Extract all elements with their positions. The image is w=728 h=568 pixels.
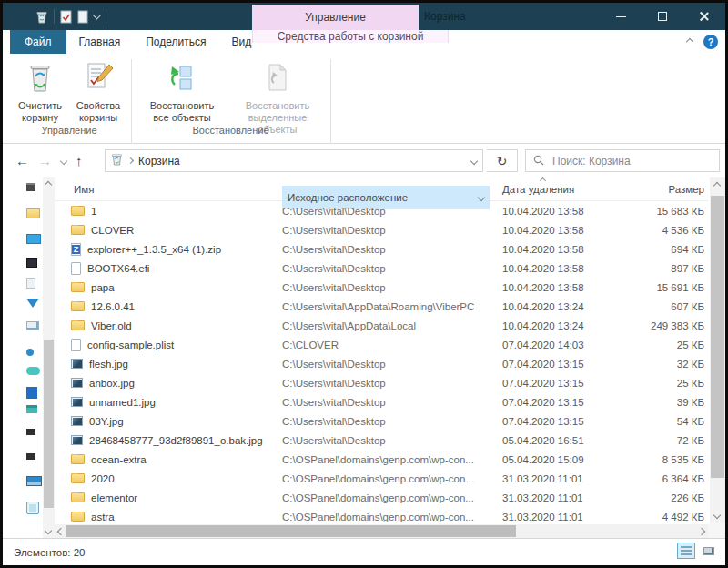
table-row[interactable]: 2020 C:\OSPanel\domains\genp.com\wp-con.… (55, 469, 708, 488)
onedrive-icon[interactable] (26, 367, 40, 375)
quick-access-icon[interactable] (26, 183, 35, 191)
file-name: unnamed1.jpg (89, 397, 156, 408)
large-icons-view-button[interactable] (700, 543, 718, 559)
file-original-location: C:\Users\vital\Desktop (282, 359, 497, 370)
tab-share[interactable]: Поделиться (133, 30, 218, 54)
table-row[interactable]: Viber.old C:\Users\vital\AppData\Local 1… (55, 316, 708, 335)
address-box[interactable]: Корзина (105, 149, 483, 172)
local-disk-icon[interactable] (26, 387, 37, 399)
file-icon (71, 243, 81, 256)
file-name: ocean-extra (91, 454, 147, 465)
up-icon[interactable]: ↑ (76, 153, 83, 168)
table-row[interactable]: unnamed1.jpg C:\Users\vital\Desktop 07.0… (55, 392, 708, 411)
recycle-bin-nav-icon[interactable] (26, 502, 39, 514)
contextual-tab-header[interactable]: Управление (252, 5, 419, 30)
breadcrumb-chevron-icon[interactable] (127, 157, 134, 164)
horizontal-scrollbar-thumb[interactable] (66, 525, 516, 537)
nav-scroll-up-icon[interactable] (45, 181, 52, 188)
search-input[interactable] (551, 154, 712, 168)
maximize-icon (658, 12, 667, 21)
documents-icon[interactable] (26, 278, 35, 289)
horizontal-scrollbar[interactable] (55, 524, 708, 538)
scroll-down-icon[interactable] (713, 512, 721, 519)
column-header-date-deleted[interactable]: Дата удаления (497, 184, 617, 195)
help-icon[interactable]: ? (703, 35, 718, 49)
refresh-button[interactable]: ↻ (487, 149, 518, 172)
scroll-right-icon[interactable] (698, 527, 705, 534)
recent-locations-icon[interactable] (60, 157, 67, 164)
desktop-folder-icon[interactable] (26, 208, 40, 218)
table-row[interactable]: explorer++_1.3.5_x64 (1).zip C:\Users\vi… (55, 239, 708, 259)
breadcrumb-location[interactable]: Корзина (138, 155, 180, 167)
videos-icon[interactable] (26, 258, 37, 268)
downloads-icon[interactable] (26, 299, 39, 308)
minimize-icon (616, 16, 626, 17)
address-dropdown-icon[interactable] (470, 157, 478, 164)
table-row[interactable]: 03Y.jpg C:\Users\vital\Desktop 07.04.202… (55, 411, 708, 431)
file-original-location: C:\Users\vital\Desktop (282, 282, 497, 293)
table-row[interactable]: config-sample.plist C:\CLOVER 07.04.2020… (55, 335, 708, 354)
file-name: anbox.jpg (89, 378, 135, 389)
table-row[interactable]: 12.6.0.41 C:\Users\vital\AppData\Roaming… (55, 297, 708, 316)
nav-scrollbar-thumb[interactable] (44, 340, 54, 508)
scroll-left-icon[interactable] (57, 527, 65, 534)
details-view-button[interactable] (677, 543, 695, 559)
column-header-size[interactable]: Размер (617, 184, 704, 195)
table-row[interactable]: papa C:\Users\vital\Desktop 10.04.2020 1… (55, 278, 708, 297)
recycle-bin-properties-button[interactable]: Свойства корзины (70, 59, 126, 126)
tab-file[interactable]: Файл (10, 30, 66, 54)
file-original-location: C:\OSPanel\domains\genp.com\wp-con... (282, 512, 497, 522)
restore-all-items-button[interactable]: Восстановить все объекты (136, 59, 228, 126)
vertical-scrollbar-thumb[interactable] (711, 196, 724, 478)
table-row[interactable]: 28468458777_93d2f89891_o.bak.jpg C:\User… (55, 431, 708, 450)
file-icon (71, 378, 83, 388)
table-row[interactable]: elementor C:\OSPanel\domains\genp.com\wp… (55, 488, 708, 507)
pictures-icon[interactable] (26, 321, 39, 330)
new-window-icon[interactable] (77, 10, 88, 24)
table-row[interactable]: 1 C:\Users\vital\Desktop 10.04.2020 13:5… (55, 201, 708, 220)
file-size: 15 683 КБ (617, 206, 704, 217)
file-original-location: C:\Users\vital\Desktop (282, 206, 497, 217)
nav-pane (3, 178, 43, 538)
this-pc-icon[interactable] (26, 234, 41, 244)
file-name: Viber.old (91, 320, 132, 331)
tab-home[interactable]: Главная (66, 30, 134, 54)
file-size: 897 КБ (617, 263, 704, 274)
scroll-up-icon[interactable] (713, 182, 721, 189)
table-row[interactable]: anbox.jpg C:\Users\vital\Desktop 07.04.2… (55, 373, 708, 392)
file-icon (71, 282, 85, 292)
file-name: 12.6.0.41 (91, 301, 135, 312)
table-row[interactable]: BOOTX64.efi C:\Users\vital\Desktop 10.04… (55, 259, 708, 278)
table-row[interactable]: astra C:\OSPanel\domains\genp.com\wp-con… (55, 507, 708, 523)
status-bar: Элементов: 20 (3, 538, 725, 565)
file-date-deleted: 07.04.2020 13:15 (497, 359, 617, 370)
network-pc-icon[interactable] (26, 476, 42, 486)
table-row[interactable]: ocean-extra C:\OSPanel\domains\genp.com\… (55, 450, 708, 469)
maximize-button[interactable] (642, 3, 683, 30)
collapse-ribbon-icon[interactable] (686, 38, 693, 46)
empty-recycle-bin-button[interactable]: Очистить корзину (10, 59, 70, 126)
file-icon (71, 512, 85, 522)
music-icon[interactable] (26, 349, 34, 356)
file-name: papa (91, 282, 115, 293)
table-row[interactable]: flesh.jpg C:\Users\vital\Desktop 07.04.2… (55, 354, 708, 373)
nav-scroll-down-icon[interactable] (45, 527, 52, 534)
network-drive-icon[interactable] (26, 405, 37, 413)
close-button[interactable] (683, 3, 725, 30)
filter-chevron-icon[interactable] (478, 193, 485, 200)
file-size: 72 КБ (617, 435, 704, 446)
nav-pane-scrollbar[interactable] (43, 178, 55, 538)
table-row[interactable]: CLOVER C:\Users\vital\Desktop 10.04.2020… (55, 220, 708, 239)
disk2-icon[interactable] (26, 429, 35, 435)
column-header-name[interactable]: Имя (55, 184, 282, 195)
minimize-button[interactable] (600, 3, 642, 30)
file-name: flesh.jpg (89, 359, 128, 370)
disk3-icon[interactable] (26, 453, 35, 460)
properties-check-icon[interactable] (60, 10, 72, 24)
vertical-scrollbar[interactable] (710, 178, 725, 523)
qat-dropdown-icon[interactable] (93, 11, 102, 20)
back-icon[interactable]: ← (15, 153, 29, 168)
search-box[interactable] (525, 149, 720, 172)
file-date-deleted: 05.04.2020 15:09 (497, 454, 617, 465)
tab-recycle-bin-tools[interactable]: Средства работы с корзиной (252, 30, 449, 43)
